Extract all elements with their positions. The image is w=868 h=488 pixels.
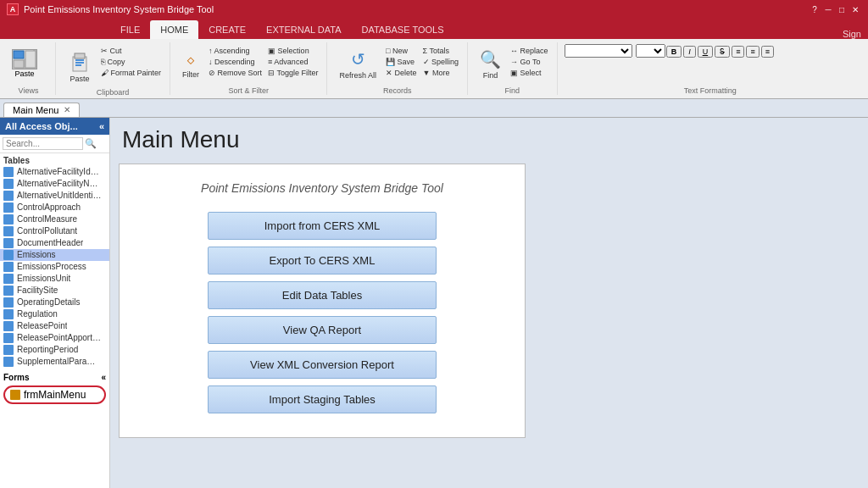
copy-button[interactable]: ⎘ Copy bbox=[99, 57, 163, 67]
clipboard-group-label: Clipboard bbox=[63, 86, 163, 97]
italic-button[interactable]: I bbox=[683, 46, 696, 58]
cut-button[interactable]: ✂ Cut bbox=[99, 46, 163, 56]
format-painter-button[interactable]: 🖌 Format Painter bbox=[99, 68, 163, 78]
table-icon bbox=[3, 191, 14, 201]
totals-button[interactable]: Σ Totals bbox=[421, 46, 461, 56]
svg-rect-5 bbox=[75, 59, 84, 61]
tab-external-data[interactable]: EXTERNAL DATA bbox=[256, 20, 351, 39]
table-icon bbox=[3, 345, 14, 355]
find-button[interactable]: 🔍 Find bbox=[475, 46, 506, 83]
import-cers-xml-button[interactable]: Import from CERS XML bbox=[208, 212, 437, 240]
form-icon bbox=[10, 390, 20, 400]
align-right-button[interactable]: ≡ bbox=[761, 46, 774, 58]
font-size-select[interactable] bbox=[636, 44, 665, 58]
view-qa-report-button[interactable]: View QA Report bbox=[208, 316, 437, 344]
font-family-select[interactable] bbox=[565, 44, 632, 58]
view-button[interactable] bbox=[12, 49, 37, 69]
views-group-label: Views bbox=[8, 85, 48, 95]
table-icon bbox=[3, 309, 14, 319]
refresh-all-button[interactable]: ↺ Refresh All bbox=[334, 46, 381, 83]
ascending-button[interactable]: ↑ Ascending bbox=[207, 46, 264, 56]
sidebar-item[interactable]: AlternativeFacilityIdenti... bbox=[0, 166, 109, 178]
sidebar-item-label: ControlMeasure bbox=[17, 214, 77, 224]
sidebar-item[interactable]: ControlMeasure bbox=[0, 214, 109, 225]
forms-collapse-icon[interactable]: « bbox=[101, 373, 106, 382]
sidebar-item-label: Emissions bbox=[17, 250, 56, 259]
sidebar-item[interactable]: DocumentHeader bbox=[0, 237, 109, 249]
sidebar-item[interactable]: EmissionsUnit bbox=[0, 273, 109, 285]
sidebar-item-frmmainmenu[interactable]: frmMainMenu bbox=[3, 385, 106, 404]
ribbon-group-find: 🔍 Find ↔ Replace → Go To ▣ Select Find bbox=[471, 42, 558, 95]
sidebar-header-label: All Access Obj... bbox=[5, 121, 78, 131]
tab-create[interactable]: CREATE bbox=[198, 20, 256, 39]
more-button[interactable]: ▼ More bbox=[421, 68, 461, 78]
sidebar-item[interactable]: AlternativeFacilityName bbox=[0, 178, 109, 190]
sidebar-item-emissions[interactable]: Emissions bbox=[0, 249, 109, 261]
select-button[interactable]: ▣ Select bbox=[509, 68, 550, 78]
close-button[interactable]: ✕ bbox=[849, 3, 861, 15]
ribbon-group-sort-filter: ⬦ Filter ↑ Ascending ↓ Descending ⊘ Remo… bbox=[174, 42, 327, 95]
table-icon bbox=[3, 226, 14, 236]
view-xml-conversion-report-button[interactable]: View XML Conversion Report bbox=[208, 351, 437, 379]
strikethrough-button[interactable]: S̶ bbox=[715, 46, 730, 58]
svg-rect-4 bbox=[75, 53, 85, 58]
tab-close-icon[interactable]: ✕ bbox=[64, 105, 70, 114]
ribbon-content: Paste Views bbox=[0, 39, 868, 98]
sidebar-item[interactable]: Regulation bbox=[0, 308, 109, 320]
sidebar-item[interactable]: ReleasePointApportionment bbox=[0, 332, 109, 344]
sidebar-header: All Access Obj... « bbox=[0, 118, 109, 135]
maximize-button[interactable]: □ bbox=[836, 3, 848, 15]
descending-button[interactable]: ↓ Descending bbox=[207, 57, 264, 67]
replace-button[interactable]: ↔ Replace bbox=[509, 46, 550, 56]
sidebar-collapse-icon[interactable]: « bbox=[99, 121, 104, 131]
spelling-button[interactable]: ✓ Spelling bbox=[421, 57, 461, 67]
bold-button[interactable]: B bbox=[666, 46, 682, 58]
sidebar-item[interactable]: EmissionsProcess bbox=[0, 261, 109, 273]
delete-record-button[interactable]: ✕ Delete bbox=[384, 68, 419, 78]
window-title: Point Emissions Inventory System Bridge … bbox=[24, 4, 214, 14]
tab-database-tools[interactable]: DATABASE TOOLS bbox=[351, 20, 453, 39]
filter-button[interactable]: ⬦ Filter bbox=[177, 46, 204, 82]
underline-button[interactable]: U bbox=[698, 46, 714, 58]
main-menu-tab[interactable]: Main Menu ✕ bbox=[3, 103, 80, 117]
sidebar-item[interactable]: ControlPollutant bbox=[0, 225, 109, 237]
tab-home[interactable]: HOME bbox=[150, 20, 198, 39]
paste-button[interactable]: Paste bbox=[63, 46, 97, 86]
table-icon bbox=[3, 286, 14, 296]
sidebar-item-label: Regulation bbox=[17, 309, 58, 319]
import-staging-tables-button[interactable]: Import Staging Tables bbox=[208, 385, 437, 413]
sidebar: All Access Obj... « 🔍 Tables Alternative… bbox=[0, 118, 110, 488]
table-icon bbox=[3, 238, 14, 248]
help-button[interactable]: ? bbox=[809, 3, 821, 15]
toggle-filter-button[interactable]: ⊟ Toggle Filter bbox=[266, 68, 320, 78]
minimize-button[interactable]: ─ bbox=[822, 3, 834, 15]
sidebar-item[interactable]: SupplementalParameter bbox=[0, 356, 109, 368]
export-cers-xml-button[interactable]: Export To CERS XML bbox=[208, 247, 437, 274]
sidebar-item[interactable]: OperatingDetails bbox=[0, 297, 109, 308]
window-controls[interactable]: ? ─ □ ✕ bbox=[809, 3, 861, 15]
remove-sort-button[interactable]: ⊘ Remove Sort bbox=[207, 68, 264, 78]
save-record-button[interactable]: 💾 Save bbox=[384, 57, 419, 67]
ribbon-group-text-formatting: B I U S̶ ≡ ≡ ≡ Text Formatting bbox=[561, 42, 863, 95]
sidebar-item[interactable]: ReportingPeriod bbox=[0, 344, 109, 356]
forms-section-header: Forms « bbox=[0, 371, 109, 384]
sign-label: Sign bbox=[843, 29, 861, 39]
sidebar-item[interactable]: AlternativeUnitIdentification bbox=[0, 190, 109, 202]
search-input[interactable] bbox=[3, 137, 83, 150]
tab-file[interactable]: FILE bbox=[110, 20, 150, 39]
sidebar-item[interactable]: ReleasePoint bbox=[0, 320, 109, 332]
align-center-button[interactable]: ≡ bbox=[746, 46, 759, 58]
sidebar-item[interactable]: ControlApproach bbox=[0, 202, 109, 214]
table-icon bbox=[3, 167, 14, 177]
goto-button[interactable]: → Go To bbox=[509, 57, 550, 67]
align-left-button[interactable]: ≡ bbox=[732, 46, 744, 58]
new-record-button[interactable]: □ New bbox=[384, 46, 419, 56]
sidebar-item[interactable]: FacilitySite bbox=[0, 285, 109, 297]
edit-data-tables-button[interactable]: Edit Data Tables bbox=[208, 281, 437, 309]
selection-button[interactable]: ▣ Selection bbox=[266, 46, 320, 56]
table-icon bbox=[3, 250, 14, 260]
sidebar-item-label: ReportingPeriod bbox=[17, 345, 78, 354]
search-icon: 🔍 bbox=[85, 138, 97, 149]
advanced-button[interactable]: ≡ Advanced bbox=[266, 57, 320, 67]
table-icon bbox=[3, 179, 14, 189]
